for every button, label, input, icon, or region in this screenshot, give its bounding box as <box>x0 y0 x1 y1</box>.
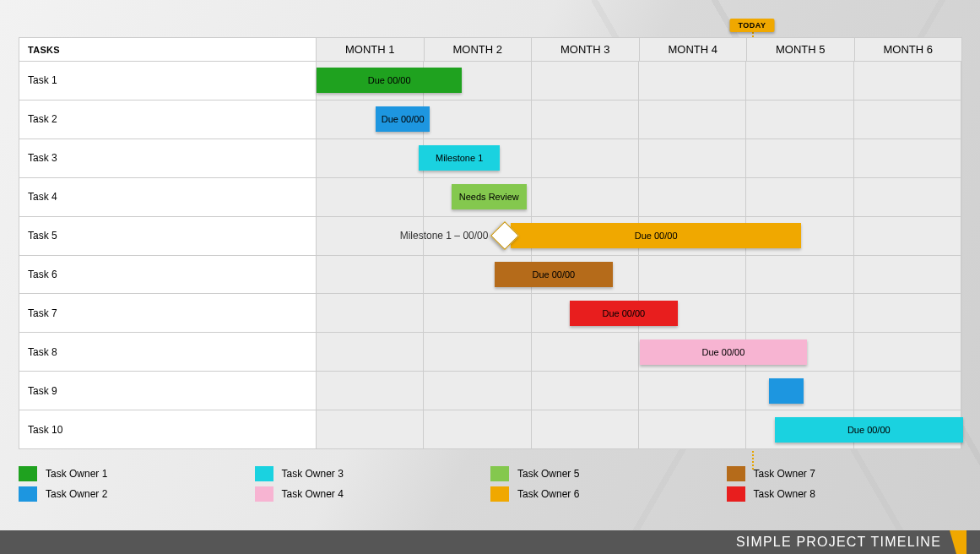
bar-label: Due 00/00 <box>368 75 411 85</box>
legend-label: Task Owner 6 <box>517 488 579 500</box>
gantt-bar: Due 00/00 <box>376 106 430 132</box>
gantt-bar: Due 00/00 <box>511 223 802 248</box>
milestone-annotation: Milestone 1 – 00/00 <box>400 230 489 242</box>
task-row: Task 9 <box>19 372 961 410</box>
task-row: Task 3Milestone 1 <box>19 139 961 178</box>
month-header: MONTH 4 <box>640 38 748 61</box>
bar-area: Due 00/00Milestone 1 – 00/00 <box>317 217 961 255</box>
legend-label: Task Owner 7 <box>754 468 815 480</box>
task-label: Task 8 <box>19 333 317 371</box>
legend-item: Task Owner 8 <box>727 486 963 502</box>
task-label: Task 2 <box>19 100 317 138</box>
legend-item: Task Owner 7 <box>727 466 963 481</box>
title-bar: SIMPLE PROJECT TIMELINE <box>0 530 980 554</box>
legend-item: Task Owner 3 <box>255 466 491 481</box>
legend-swatch-icon <box>19 466 37 481</box>
task-row: Task 1Due 00/00 <box>19 62 961 100</box>
legend-item: Task Owner 5 <box>490 466 727 481</box>
legend-label: Task Owner 1 <box>46 468 107 480</box>
task-label: Task 7 <box>19 294 317 332</box>
task-row: Task 6Due 00/00 <box>19 256 961 295</box>
tasks-header: TASKS <box>19 38 317 61</box>
bar-area: Due 00/00 <box>317 256 961 294</box>
title-chevron-icon <box>950 530 966 554</box>
legend-swatch-icon <box>490 486 509 502</box>
slide-title: SIMPLE PROJECT TIMELINE <box>736 535 941 550</box>
legend-label: Task Owner 4 <box>282 488 344 500</box>
month-header: MONTH 6 <box>855 38 962 61</box>
legend-swatch-icon <box>727 486 745 502</box>
bar-area: Milestone 1 <box>317 139 961 177</box>
task-label: Task 6 <box>19 256 317 294</box>
task-label: Task 1 <box>19 62 317 100</box>
legend-label: Task Owner 2 <box>46 488 107 500</box>
bar-label: Due 00/00 <box>532 269 575 280</box>
gantt-bar: Due 00/00 <box>640 339 807 365</box>
task-row: Task 5Due 00/00Milestone 1 – 00/00 <box>19 217 961 256</box>
gantt-bar: Due 00/00 <box>495 262 613 287</box>
bar-area: Due 00/00 <box>317 100 961 138</box>
bar-label: Milestone 1 <box>436 153 483 163</box>
legend-item: Task Owner 1 <box>19 466 255 481</box>
bar-label: Due 00/00 <box>702 347 745 357</box>
task-label: Task 9 <box>19 372 317 410</box>
month-header: MONTH 3 <box>532 38 640 61</box>
task-row: Task 8Due 00/00 <box>19 333 961 372</box>
gantt-bar <box>769 378 804 404</box>
bar-label: Due 00/00 <box>847 425 891 435</box>
task-row: Task 10Due 00/00 <box>19 410 961 448</box>
gantt-bar: Due 00/00 <box>317 68 462 93</box>
task-label: Task 3 <box>19 139 317 177</box>
bar-area: Due 00/00 <box>317 410 961 448</box>
bar-area: Due 00/00 <box>317 294 961 332</box>
gantt-bar: Due 00/00 <box>775 417 963 443</box>
bar-area: Due 00/00 <box>317 333 961 371</box>
legend-label: Task Owner 5 <box>517 468 579 480</box>
legend-swatch-icon <box>490 466 509 481</box>
month-header: MONTH 2 <box>425 38 533 61</box>
legend-swatch-icon <box>255 466 273 481</box>
legend-item: Task Owner 4 <box>255 486 491 502</box>
bar-label: Due 00/00 <box>382 114 425 124</box>
month-header: MONTH 5 <box>747 38 855 61</box>
task-row: Task 7Due 00/00 <box>19 294 961 333</box>
legend-item: Task Owner 6 <box>490 486 727 502</box>
gantt-grid: TASKS MONTH 1MONTH 2MONTH 3MONTH 4MONTH … <box>19 37 962 449</box>
task-label: Task 4 <box>19 178 317 216</box>
task-row: Task 4Needs Review <box>19 178 961 217</box>
legend-swatch-icon <box>19 486 37 502</box>
bar-area: Due 00/00 <box>317 62 961 100</box>
gantt-bar: Milestone 1 <box>419 145 500 171</box>
bar-label: Due 00/00 <box>635 231 678 241</box>
bar-label: Due 00/00 <box>602 308 645 318</box>
legend-label: Task Owner 3 <box>282 468 344 480</box>
month-header: MONTH 1 <box>317 38 425 61</box>
slide: TODAY TASKS MONTH 1MONTH 2MONTH 3MONTH 4… <box>19 19 962 534</box>
today-label: TODAY <box>730 19 775 32</box>
task-label: Task 5 <box>19 217 317 255</box>
task-label: Task 10 <box>19 410 317 448</box>
header-row: TASKS MONTH 1MONTH 2MONTH 3MONTH 4MONTH … <box>19 38 961 62</box>
gantt-bar: Due 00/00 <box>570 301 678 326</box>
task-row: Task 2Due 00/00 <box>19 100 961 139</box>
bar-label: Needs Review <box>459 192 519 202</box>
legend-item: Task Owner 2 <box>19 486 255 502</box>
legend: Task Owner 1Task Owner 3Task Owner 5Task… <box>19 466 962 502</box>
legend-swatch-icon <box>255 486 273 502</box>
bar-area: Needs Review <box>317 178 961 216</box>
legend-swatch-icon <box>727 466 745 481</box>
legend-label: Task Owner 8 <box>754 488 815 500</box>
rows: Task 1Due 00/00Task 2Due 00/00Task 3Mile… <box>19 62 961 448</box>
bar-area <box>317 372 961 410</box>
gantt-bar: Needs Review <box>452 184 527 209</box>
